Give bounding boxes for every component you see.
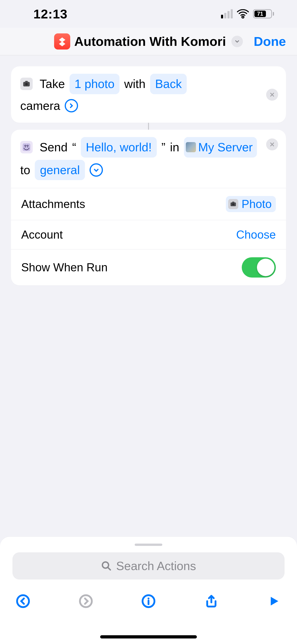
svg-point-11 [80,595,92,607]
svg-point-4 [25,146,26,148]
cellular-signal-icon [221,9,233,18]
status-indicators: 71 [221,9,274,18]
share-button[interactable] [203,593,220,610]
attachments-label: Attachments [21,198,85,211]
actions-sheet[interactable]: Search Actions [0,537,297,644]
text-in: in [170,138,179,156]
param-channel[interactable]: general [35,160,85,180]
text-camera: camera [20,96,60,115]
server-thumbnail-icon [186,142,196,152]
search-actions-field[interactable]: Search Actions [12,552,284,580]
text-to: to [20,161,30,180]
editor-toolbar [12,593,284,610]
editor-canvas: Take 1 photo with Back camera [0,55,297,303]
svg-point-7 [232,204,234,206]
quote-close: ” [162,138,165,156]
text-take: Take [40,75,65,93]
action-send-message[interactable]: Send “ Hello, world! ” in My Server to g… [11,130,286,286]
param-show-when-run: Show When Run [11,249,286,286]
svg-point-1 [25,83,28,86]
sheet-grabber[interactable] [135,544,162,546]
param-camera-side[interactable]: Back [150,74,187,94]
connector-line [148,123,149,130]
redo-button[interactable] [78,593,94,610]
info-button[interactable] [140,593,157,610]
home-indicator[interactable] [100,635,197,638]
show-when-run-label: Show When Run [21,261,108,274]
account-value[interactable]: Choose [236,228,276,242]
expand-params-button[interactable] [65,99,78,112]
search-icon [101,560,112,571]
text-send: Send [40,138,68,156]
action-params: Attachments Photo Account Choose Show Wh… [11,188,286,286]
wifi-icon [237,9,249,18]
status-bar: 12:13 71 [0,0,297,28]
nav-title-group[interactable]: Automation With Komori [54,34,243,50]
text-with: with [124,75,145,93]
remove-action-button[interactable] [266,138,278,150]
svg-rect-8 [232,202,234,203]
svg-point-5 [27,146,28,148]
svg-point-13 [148,598,150,599]
action-take-photo[interactable]: Take 1 photo with Back camera [11,66,286,123]
quote-open: “ [72,138,76,156]
attachments-value-text: Photo [242,198,272,211]
nav-bar: Automation With Komori Done [0,28,297,55]
undo-button[interactable] [15,593,31,610]
svg-point-10 [17,595,29,607]
title-chevron-icon[interactable] [232,36,243,47]
param-message-text[interactable]: Hello, world! [81,137,157,158]
param-server-label: My Server [198,138,253,156]
remove-action-button[interactable] [266,89,278,101]
camera-app-icon [20,78,33,90]
param-server[interactable]: My Server [184,137,257,158]
attachments-value[interactable]: Photo [226,196,276,212]
camera-icon [228,199,238,209]
collapse-params-button[interactable] [90,163,103,177]
komori-app-icon [20,141,33,154]
search-placeholder: Search Actions [116,559,196,573]
done-button[interactable]: Done [254,28,286,55]
param-attachments[interactable]: Attachments Photo [11,188,286,220]
param-account[interactable]: Account Choose [11,220,286,249]
show-when-run-toggle[interactable] [242,257,276,278]
shortcut-title: Automation With Komori [74,34,226,49]
status-time: 12:13 [34,6,68,22]
account-label: Account [21,228,63,242]
run-button[interactable] [266,593,282,610]
svg-rect-2 [25,81,28,82]
shortcut-app-icon [54,34,70,50]
param-photo-count[interactable]: 1 photo [70,74,120,94]
battery-icon: 71 [253,9,274,18]
